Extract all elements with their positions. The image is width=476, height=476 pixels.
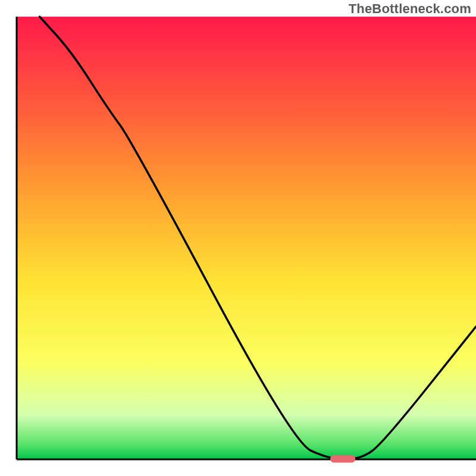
optimal-marker [330,455,355,463]
watermark-label: TheBottleneck.com [349,1,471,17]
chart-container: TheBottleneck.com [0,0,476,476]
plot-area [17,17,476,459]
bottleneck-chart [0,0,476,476]
